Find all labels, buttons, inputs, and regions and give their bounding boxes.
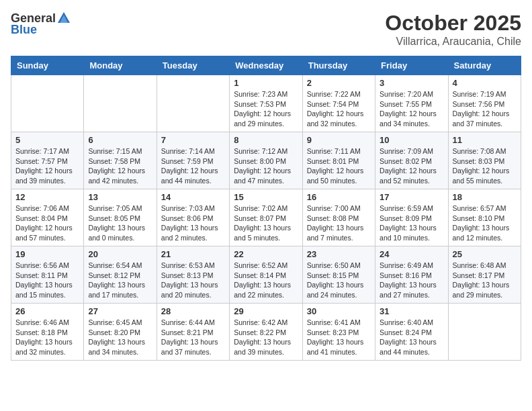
day-info: Sunrise: 7:11 AM Sunset: 8:01 PM Dayligh…	[307, 146, 371, 186]
day-number: 2	[307, 78, 371, 88]
calendar-week-row: 19Sunrise: 6:56 AM Sunset: 8:11 PM Dayli…	[11, 246, 521, 304]
day-of-week-header: Sunday	[11, 56, 84, 75]
day-info: Sunrise: 7:20 AM Sunset: 7:55 PM Dayligh…	[380, 89, 443, 129]
calendar-day-cell: 18Sunrise: 6:57 AM Sunset: 8:10 PM Dayli…	[448, 189, 521, 246]
calendar-day-cell: 7Sunrise: 7:14 AM Sunset: 7:59 PM Daylig…	[157, 132, 229, 189]
day-info: Sunrise: 6:53 AM Sunset: 8:13 PM Dayligh…	[161, 261, 225, 300]
day-number: 28	[161, 306, 225, 316]
day-number: 18	[453, 192, 517, 202]
calendar-week-row: 12Sunrise: 7:06 AM Sunset: 8:04 PM Dayli…	[11, 189, 521, 246]
day-number: 7	[161, 135, 225, 145]
calendar-day-cell: 16Sunrise: 7:00 AM Sunset: 8:08 PM Dayli…	[302, 189, 375, 246]
day-info: Sunrise: 6:52 AM Sunset: 8:14 PM Dayligh…	[234, 261, 298, 300]
day-info: Sunrise: 6:48 AM Sunset: 8:17 PM Dayligh…	[453, 261, 517, 300]
day-number: 15	[234, 192, 298, 202]
calendar-day-cell: 17Sunrise: 6:59 AM Sunset: 8:09 PM Dayli…	[375, 189, 448, 246]
day-info: Sunrise: 6:49 AM Sunset: 8:16 PM Dayligh…	[380, 261, 443, 300]
day-of-week-header: Saturday	[448, 56, 521, 75]
day-number: 24	[380, 249, 443, 259]
calendar-header-row: SundayMondayTuesdayWednesdayThursdayFrid…	[11, 56, 521, 75]
day-number: 16	[307, 192, 371, 202]
day-number: 9	[307, 135, 371, 145]
day-number: 20	[88, 249, 152, 259]
day-info: Sunrise: 6:46 AM Sunset: 8:18 PM Dayligh…	[15, 318, 79, 357]
calendar-day-cell: 4Sunrise: 7:19 AM Sunset: 7:56 PM Daylig…	[448, 75, 521, 132]
calendar-day-cell	[448, 304, 521, 361]
day-number: 6	[88, 135, 152, 145]
month-title: October 2025	[385, 11, 521, 36]
day-info: Sunrise: 7:23 AM Sunset: 7:53 PM Dayligh…	[234, 89, 298, 129]
day-number: 31	[380, 306, 443, 316]
calendar-day-cell: 3Sunrise: 7:20 AM Sunset: 7:55 PM Daylig…	[375, 75, 448, 132]
day-of-week-header: Wednesday	[230, 56, 302, 75]
calendar-day-cell: 28Sunrise: 6:44 AM Sunset: 8:21 PM Dayli…	[157, 304, 229, 361]
calendar-day-cell: 30Sunrise: 6:41 AM Sunset: 8:23 PM Dayli…	[302, 304, 375, 361]
title-block: October 2025 Villarrica, Araucania, Chil…	[385, 11, 521, 48]
calendar-day-cell	[84, 75, 157, 132]
calendar-day-cell: 26Sunrise: 6:46 AM Sunset: 8:18 PM Dayli…	[11, 304, 84, 361]
day-number: 26	[15, 306, 79, 316]
calendar-day-cell: 22Sunrise: 6:52 AM Sunset: 8:14 PM Dayli…	[230, 246, 302, 304]
day-info: Sunrise: 7:15 AM Sunset: 7:58 PM Dayligh…	[88, 146, 152, 186]
calendar-day-cell	[11, 75, 84, 132]
day-number: 10	[380, 135, 443, 145]
day-number: 19	[15, 249, 79, 259]
logo: General Blue	[11, 11, 72, 37]
day-info: Sunrise: 6:59 AM Sunset: 8:09 PM Dayligh…	[380, 203, 443, 243]
calendar-week-row: 26Sunrise: 6:46 AM Sunset: 8:18 PM Dayli…	[11, 304, 521, 361]
day-number: 21	[161, 249, 225, 259]
day-info: Sunrise: 7:06 AM Sunset: 8:04 PM Dayligh…	[15, 203, 79, 243]
day-number: 4	[453, 78, 517, 88]
calendar-day-cell: 24Sunrise: 6:49 AM Sunset: 8:16 PM Dayli…	[375, 246, 448, 304]
day-number: 3	[380, 78, 443, 88]
calendar-day-cell	[157, 75, 229, 132]
calendar-day-cell: 19Sunrise: 6:56 AM Sunset: 8:11 PM Dayli…	[11, 246, 84, 304]
day-of-week-header: Tuesday	[157, 56, 229, 75]
day-number: 11	[453, 135, 517, 145]
day-info: Sunrise: 7:05 AM Sunset: 8:05 PM Dayligh…	[88, 203, 152, 243]
calendar-day-cell: 20Sunrise: 6:54 AM Sunset: 8:12 PM Dayli…	[84, 246, 157, 304]
day-info: Sunrise: 6:54 AM Sunset: 8:12 PM Dayligh…	[88, 261, 152, 300]
day-info: Sunrise: 6:50 AM Sunset: 8:15 PM Dayligh…	[307, 261, 371, 300]
location-text: Villarrica, Araucania, Chile	[385, 36, 521, 48]
calendar-day-cell: 6Sunrise: 7:15 AM Sunset: 7:58 PM Daylig…	[84, 132, 157, 189]
calendar-day-cell: 2Sunrise: 7:22 AM Sunset: 7:54 PM Daylig…	[302, 75, 375, 132]
calendar-day-cell: 31Sunrise: 6:40 AM Sunset: 8:24 PM Dayli…	[375, 304, 448, 361]
calendar-day-cell: 25Sunrise: 6:48 AM Sunset: 8:17 PM Dayli…	[448, 246, 521, 304]
day-number: 13	[88, 192, 152, 202]
page-header: General Blue October 2025 Villarrica, Ar…	[11, 11, 521, 48]
calendar-day-cell: 14Sunrise: 7:03 AM Sunset: 8:06 PM Dayli…	[157, 189, 229, 246]
calendar-day-cell: 9Sunrise: 7:11 AM Sunset: 8:01 PM Daylig…	[302, 132, 375, 189]
calendar-day-cell: 23Sunrise: 6:50 AM Sunset: 8:15 PM Dayli…	[302, 246, 375, 304]
calendar-day-cell: 11Sunrise: 7:08 AM Sunset: 8:03 PM Dayli…	[448, 132, 521, 189]
day-of-week-header: Friday	[375, 56, 448, 75]
calendar-day-cell: 1Sunrise: 7:23 AM Sunset: 7:53 PM Daylig…	[230, 75, 302, 132]
day-number: 8	[234, 135, 298, 145]
day-number: 23	[307, 249, 371, 259]
calendar-day-cell: 21Sunrise: 6:53 AM Sunset: 8:13 PM Dayli…	[157, 246, 229, 304]
day-info: Sunrise: 6:42 AM Sunset: 8:22 PM Dayligh…	[234, 318, 298, 357]
day-info: Sunrise: 7:03 AM Sunset: 8:06 PM Dayligh…	[161, 203, 225, 243]
day-info: Sunrise: 6:44 AM Sunset: 8:21 PM Dayligh…	[161, 318, 225, 357]
logo-icon	[56, 11, 71, 26]
day-info: Sunrise: 6:40 AM Sunset: 8:24 PM Dayligh…	[380, 318, 443, 357]
day-info: Sunrise: 7:12 AM Sunset: 8:00 PM Dayligh…	[234, 146, 298, 186]
day-number: 5	[15, 135, 79, 145]
day-info: Sunrise: 6:41 AM Sunset: 8:23 PM Dayligh…	[307, 318, 371, 357]
day-number: 27	[88, 306, 152, 316]
day-of-week-header: Thursday	[302, 56, 375, 75]
calendar-day-cell: 15Sunrise: 7:02 AM Sunset: 8:07 PM Dayli…	[230, 189, 302, 246]
day-info: Sunrise: 7:08 AM Sunset: 8:03 PM Dayligh…	[453, 146, 517, 186]
day-info: Sunrise: 7:00 AM Sunset: 8:08 PM Dayligh…	[307, 203, 371, 243]
day-info: Sunrise: 7:22 AM Sunset: 7:54 PM Dayligh…	[307, 89, 371, 129]
day-number: 30	[307, 306, 371, 316]
day-number: 14	[161, 192, 225, 202]
calendar-week-row: 1Sunrise: 7:23 AM Sunset: 7:53 PM Daylig…	[11, 75, 521, 132]
day-number: 29	[234, 306, 298, 316]
day-info: Sunrise: 7:02 AM Sunset: 8:07 PM Dayligh…	[234, 203, 298, 243]
day-number: 25	[453, 249, 517, 259]
day-info: Sunrise: 7:19 AM Sunset: 7:56 PM Dayligh…	[453, 89, 517, 129]
calendar-day-cell: 29Sunrise: 6:42 AM Sunset: 8:22 PM Dayli…	[230, 304, 302, 361]
day-number: 12	[15, 192, 79, 202]
calendar-day-cell: 5Sunrise: 7:17 AM Sunset: 7:57 PM Daylig…	[11, 132, 84, 189]
